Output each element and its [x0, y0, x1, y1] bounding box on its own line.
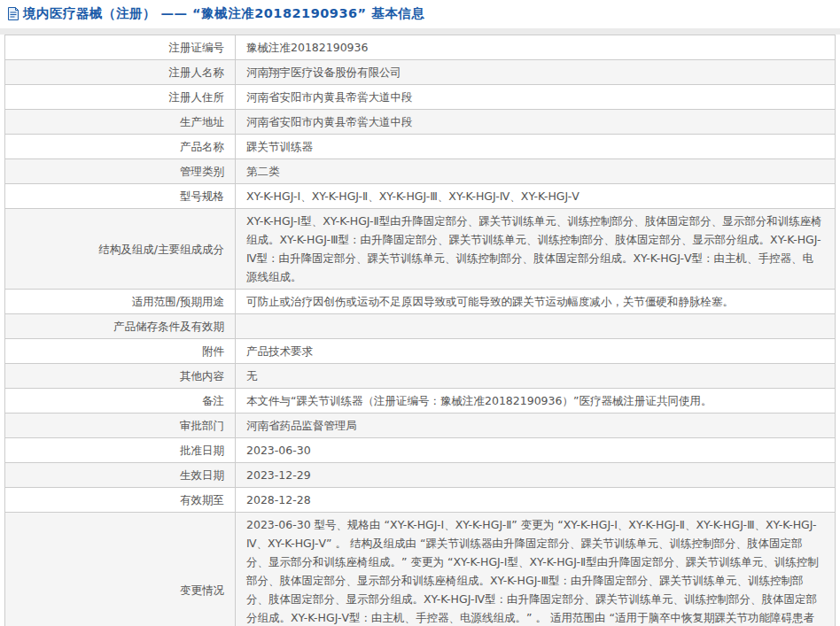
row-label: 适用范围/预期用途: [5, 290, 236, 314]
row-value: 河南省安阳市内黄县帝喾大道中段: [236, 110, 836, 135]
row-label: 审批部门: [5, 413, 236, 438]
row-label: 结构及组成/主要组成成分: [5, 209, 236, 290]
table-row: 生效日期2023-12-29: [5, 463, 836, 488]
info-table-body: 注册证编号豫械注准20182190936注册人名称河南翔宇医疗设备股份有限公司注…: [5, 35, 836, 626]
table-row: 注册人住所河南省安阳市内黄县帝喾大道中段: [5, 85, 836, 110]
row-value: 踝关节训练器: [236, 135, 836, 159]
table-row: 变更情况2023-06-30 型号、规格由 “XY-K-HGJ-Ⅰ、XY-K-H…: [5, 513, 836, 626]
row-label: 注册人住所: [5, 85, 236, 110]
table-row: 适用范围/预期用途可防止或治疗因创伤或运动不足原因导致或可能导致的踝关节运动幅度…: [5, 290, 836, 314]
table-row: 审批部门河南省药品监督管理局: [5, 413, 836, 438]
info-table-container: 注册证编号豫械注准20182190936注册人名称河南翔宇医疗设备股份有限公司注…: [0, 35, 840, 626]
row-value: 2023-06-30 型号、规格由 “XY-K-HGJ-Ⅰ、XY-K-HGJ-Ⅱ…: [236, 513, 836, 626]
row-value: 第二类: [236, 159, 836, 184]
table-row: 生产地址河南省安阳市内黄县帝喾大道中段: [5, 110, 836, 135]
row-value: 本文件与“踝关节训练器（注册证编号：豫械注准20182190936）”医疗器械注…: [236, 389, 836, 413]
row-label: 生产地址: [5, 110, 236, 135]
row-value: 无: [236, 364, 836, 389]
row-value: 可防止或治疗因创伤或运动不足原因导致或可能导致的踝关节运动幅度减小，关节僵硬和静…: [236, 290, 836, 314]
table-row: 产品储存条件及有效期: [5, 314, 836, 339]
header-divider: [0, 28, 840, 35]
row-value: 河南省安阳市内黄县帝喾大道中段: [236, 85, 836, 110]
table-row: 备注本文件与“踝关节训练器（注册证编号：豫械注准20182190936）”医疗器…: [5, 389, 836, 413]
row-value: 2028-12-28: [236, 488, 836, 513]
row-value: 豫械注准20182190936: [236, 35, 836, 60]
row-value: XY-K-HGJ-Ⅰ、XY-K-HGJ-Ⅱ、XY-K-HGJ-Ⅲ、XY-K-HG…: [236, 184, 836, 209]
table-row: 其他内容无: [5, 364, 836, 389]
table-row: 型号规格XY-K-HGJ-Ⅰ、XY-K-HGJ-Ⅱ、XY-K-HGJ-Ⅲ、XY-…: [5, 184, 836, 209]
row-label: 附件: [5, 339, 236, 364]
row-value: 河南省药品监督管理局: [236, 413, 836, 438]
row-label: 有效期至: [5, 488, 236, 513]
row-label: 产品名称: [5, 135, 236, 159]
row-label: 产品储存条件及有效期: [5, 314, 236, 339]
row-label: 管理类别: [5, 159, 236, 184]
row-value: 2023-06-30: [236, 438, 836, 463]
row-value: 2023-12-29: [236, 463, 836, 488]
table-row: 结构及组成/主要组成成分XY-K-HGJ-Ⅰ型、XY-K-HGJ-Ⅱ型由升降固定…: [5, 209, 836, 290]
row-value: 产品技术要求: [236, 339, 836, 364]
table-row: 管理类别第二类: [5, 159, 836, 184]
document-icon: [7, 7, 19, 20]
table-row: 批准日期2023-06-30: [5, 438, 836, 463]
row-label: 注册人名称: [5, 60, 236, 85]
table-row: 注册人名称河南翔宇医疗设备股份有限公司: [5, 60, 836, 85]
registration-info-table: 注册证编号豫械注准20182190936注册人名称河南翔宇医疗设备股份有限公司注…: [4, 35, 836, 626]
row-label: 其他内容: [5, 364, 236, 389]
page-header: 境内医疗器械（注册） —— “豫械注准20182190936” 基本信息: [0, 0, 840, 28]
table-row: 有效期至2028-12-28: [5, 488, 836, 513]
table-row: 附件产品技术要求: [5, 339, 836, 364]
row-label: 生效日期: [5, 463, 236, 488]
table-row: 产品名称踝关节训练器: [5, 135, 836, 159]
row-value: [236, 314, 836, 339]
table-row: 注册证编号豫械注准20182190936: [5, 35, 836, 60]
page-title: 境内医疗器械（注册） —— “豫械注准20182190936” 基本信息: [23, 5, 424, 22]
row-label: 备注: [5, 389, 236, 413]
row-value: 河南翔宇医疗设备股份有限公司: [236, 60, 836, 85]
row-label: 批准日期: [5, 438, 236, 463]
row-label: 注册证编号: [5, 35, 236, 60]
row-label: 变更情况: [5, 513, 236, 626]
row-label: 型号规格: [5, 184, 236, 209]
row-value: XY-K-HGJ-Ⅰ型、XY-K-HGJ-Ⅱ型由升降固定部分、踝关节训练单元、训…: [236, 209, 836, 290]
